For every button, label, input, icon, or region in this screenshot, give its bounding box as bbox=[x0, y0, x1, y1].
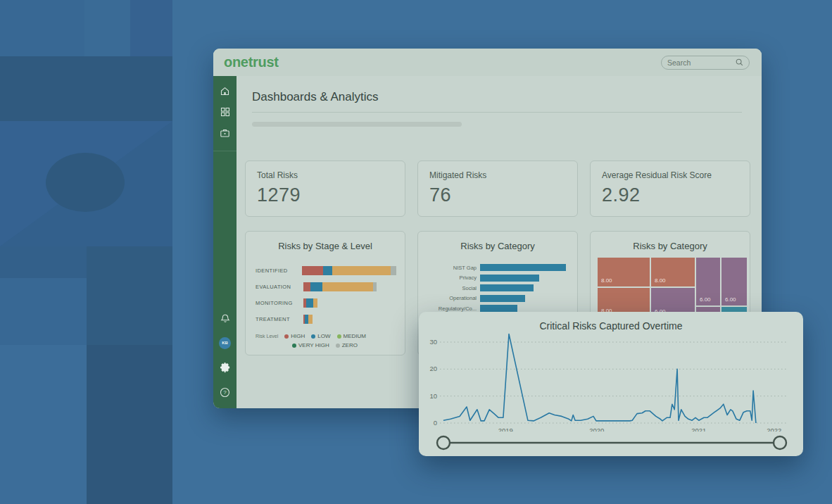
bar-segment-zero bbox=[373, 282, 377, 291]
category-bar-row: Operational bbox=[418, 294, 570, 304]
bar-segment-zero bbox=[391, 266, 396, 275]
legend-label: ZERO bbox=[342, 342, 358, 348]
category-bar bbox=[480, 264, 566, 271]
legend-item: HIGH bbox=[284, 333, 305, 339]
legend-item: MEDIUM bbox=[337, 333, 366, 339]
bar-segment-medium bbox=[313, 298, 317, 308]
treemap-cell: 8.00 bbox=[598, 258, 650, 286]
bg-shape bbox=[0, 345, 87, 504]
category-label: TREATMENT bbox=[256, 316, 303, 322]
chart-title: Risks by Stage & Level bbox=[246, 241, 405, 251]
kpi-value: 76 bbox=[429, 184, 566, 206]
loading-skeleton-bar bbox=[252, 122, 462, 127]
bar-segment-medium bbox=[332, 266, 391, 275]
treemap-cell: 8.00 bbox=[651, 258, 695, 286]
legend-title: Risk Level bbox=[256, 334, 278, 339]
stacked-bar-chart: IDENTIFIEDEVALUATIONMONITORINGTREATMENT bbox=[256, 263, 396, 327]
kpi-label: Mitigated Risks bbox=[429, 170, 566, 180]
svg-text:?: ? bbox=[223, 389, 227, 396]
stacked-bar-row: TREATMENT bbox=[256, 311, 396, 327]
kpi-row: Total Risks 1279 Mitigated Risks 76 Aver… bbox=[245, 160, 750, 217]
bg-shape bbox=[46, 153, 125, 212]
chart-title: Risks by Category bbox=[418, 241, 577, 251]
legend-label: LOW bbox=[317, 333, 330, 339]
kpi-card-mitigated-risks: Mitigated Risks 76 bbox=[417, 160, 578, 217]
category-label: NIST Gap bbox=[418, 265, 480, 271]
help-icon[interactable]: ? bbox=[213, 382, 237, 403]
notifications-bell-icon[interactable] bbox=[213, 308, 237, 329]
search-box[interactable] bbox=[661, 56, 750, 70]
onetrust-logo: onetrust bbox=[224, 54, 279, 70]
settings-gear-icon[interactable] bbox=[213, 357, 237, 378]
chart-title: Risks by Category bbox=[591, 241, 750, 251]
category-bar-row: Privacy bbox=[418, 273, 570, 284]
kpi-card-average-residual-risk-score: Average Residual Risk Score 2.92 bbox=[590, 160, 750, 217]
slider-handle-right[interactable] bbox=[774, 436, 786, 449]
bg-shape bbox=[87, 246, 172, 345]
kpi-label: Average Residual Risk Score bbox=[602, 170, 738, 180]
treemap-cell: 6.00 bbox=[696, 258, 720, 305]
bg-shape bbox=[0, 246, 87, 278]
chart-legend: Risk LevelHIGHLOWMEDIUMVERY HIGHZERO bbox=[256, 333, 405, 348]
legend-label: HIGH bbox=[291, 333, 305, 339]
legend-item: ZERO bbox=[336, 342, 358, 348]
chart-title: Critical Risks Captured Overtime bbox=[419, 320, 803, 332]
y-tick-label: 10 bbox=[429, 392, 437, 400]
stacked-bar-row: MONITORING bbox=[256, 295, 396, 311]
legend-dot bbox=[337, 334, 341, 339]
stacked-bar bbox=[303, 298, 317, 308]
treemap-cell-value: 6.00 bbox=[700, 296, 711, 303]
bg-shape bbox=[0, 56, 172, 121]
legend-label: MEDIUM bbox=[343, 333, 366, 339]
treemap-cell-value: 8.00 bbox=[601, 277, 612, 284]
search-icon[interactable] bbox=[736, 58, 743, 66]
bar-segment-low bbox=[310, 282, 322, 291]
category-bar-row: NIST Gap bbox=[418, 263, 570, 273]
category-label: Privacy bbox=[418, 275, 480, 281]
category-label: Regulatory/Co... bbox=[418, 305, 480, 312]
legend-label: VERY HIGH bbox=[298, 342, 329, 348]
kpi-card-total-risks: Total Risks 1279 bbox=[245, 160, 405, 217]
treemap-cell-value: 6.00 bbox=[725, 296, 736, 303]
stacked-bar-row: EVALUATION bbox=[256, 279, 396, 295]
category-label: MONITORING bbox=[256, 300, 303, 306]
page-title: Dashboards & Analytics bbox=[252, 90, 762, 104]
sidebar-item-projects[interactable] bbox=[213, 122, 237, 144]
stacked-bar bbox=[303, 282, 377, 291]
legend-item: VERY HIGH bbox=[292, 342, 329, 348]
treemap-cell-value: 8.00 bbox=[655, 277, 666, 284]
sidebar-item-dashboards[interactable] bbox=[213, 101, 237, 122]
line-series bbox=[443, 334, 756, 424]
title-divider bbox=[252, 112, 742, 113]
time-range-slider[interactable] bbox=[419, 430, 803, 454]
category-bar bbox=[480, 275, 539, 282]
sidebar: KB ? bbox=[213, 76, 237, 408]
y-tick-label: 0 bbox=[434, 419, 437, 427]
search-input[interactable] bbox=[667, 58, 736, 67]
stacked-bar-row: IDENTIFIED bbox=[256, 263, 396, 279]
legend-dot bbox=[336, 344, 340, 348]
stacked-bar bbox=[303, 315, 313, 324]
category-label: Operational bbox=[418, 295, 480, 301]
legend-dot bbox=[292, 344, 296, 348]
bar-segment-medium bbox=[308, 315, 313, 324]
chart-card-risks-by-stage-level: Risks by Stage & Level IDENTIFIEDEVALUAT… bbox=[245, 231, 405, 355]
legend-dot bbox=[311, 334, 315, 339]
category-bar bbox=[480, 295, 525, 302]
bar-segment-low bbox=[323, 266, 332, 275]
slider-handle-left[interactable] bbox=[437, 436, 450, 449]
user-avatar[interactable]: KB bbox=[213, 332, 237, 353]
category-bar-row: Social bbox=[418, 283, 570, 294]
sidebar-item-home[interactable] bbox=[213, 80, 237, 101]
category-label: EVALUATION bbox=[256, 284, 303, 290]
bar-segment-high bbox=[302, 266, 323, 275]
stacked-bar bbox=[302, 266, 396, 275]
bar-segment-high bbox=[303, 282, 310, 291]
treemap-cell: 6.00 bbox=[721, 258, 747, 305]
kpi-label: Total Risks bbox=[257, 170, 393, 180]
critical-risks-card: Critical Risks Captured Overtime 0102030… bbox=[419, 312, 803, 456]
category-bar bbox=[480, 284, 534, 291]
sidebar-divider bbox=[213, 151, 237, 151]
kpi-value: 2.92 bbox=[602, 184, 738, 206]
bg-shape bbox=[87, 345, 172, 504]
